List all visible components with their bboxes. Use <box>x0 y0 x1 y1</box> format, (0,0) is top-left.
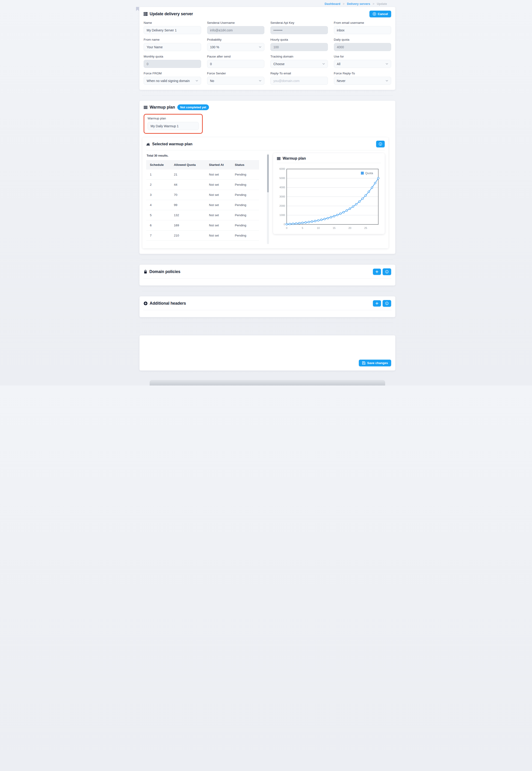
field-daily-quota: Daily quota <box>334 38 391 51</box>
table-row: 499Not setPending <box>146 200 259 210</box>
field-label: Daily quota <box>334 38 391 41</box>
section-divider <box>142 95 393 96</box>
pause-after-send-input[interactable] <box>207 60 265 68</box>
force-from-select[interactable]: When no valid signing domain <box>144 77 201 85</box>
name-input[interactable] <box>144 26 201 34</box>
save-icon <box>362 361 366 365</box>
status-badge: Not completed yet <box>177 104 209 110</box>
schedule-table-section: Total 30 results. Schedule Allowed Quota… <box>146 153 263 244</box>
field-label: Senderai Api Key <box>270 21 328 24</box>
senderai-api-key-input <box>270 26 328 34</box>
svg-text:15: 15 <box>333 226 336 229</box>
field-label: From email username <box>334 21 391 24</box>
table-cell: 2 <box>146 180 171 190</box>
info-button[interactable] <box>383 300 391 307</box>
menu-bars-icon <box>144 106 148 109</box>
breadcrumb-delivery-servers[interactable]: Delivery servers <box>347 2 370 6</box>
domain-policies-card: Domain policies <box>139 265 395 285</box>
table-cell: Not set <box>206 220 232 230</box>
svg-text:2000: 2000 <box>279 204 285 207</box>
table-row: 370Not setPending <box>146 190 259 200</box>
info-icon <box>385 302 389 305</box>
table-cell: Pending <box>232 190 259 200</box>
save-changes-button[interactable]: Save changes <box>359 359 391 366</box>
chart-divider <box>277 163 381 163</box>
table-cell: Pending <box>232 210 259 220</box>
field-force-sender: Force Sender No <box>207 72 265 85</box>
svg-text:5: 5 <box>302 226 303 229</box>
table-scrollbar[interactable] <box>267 154 269 244</box>
additional-headers-card: Additional headers <box>139 296 395 317</box>
x-circle-icon <box>373 12 376 16</box>
use-for-select[interactable]: All <box>334 60 391 68</box>
column-header: Status <box>232 160 259 169</box>
schedule-table: Schedule Allowed Quota Started At Status… <box>146 160 259 241</box>
menu-bars-icon <box>277 157 281 160</box>
table-cell: Not set <box>206 169 232 180</box>
field-name: Name <box>144 21 201 34</box>
field-monthly-quota: Monthly quota <box>144 55 201 68</box>
table-cell: 99 <box>171 200 206 210</box>
from-email-username-input[interactable] <box>334 26 391 34</box>
domain-policies-body <box>139 278 395 285</box>
area-chart-icon <box>146 142 150 146</box>
field-label: Reply-To email <box>270 72 328 75</box>
force-reply-to-select[interactable]: Never <box>334 77 391 85</box>
field-hourly-quota: Hourly quota <box>270 38 328 51</box>
chevron-down-icon <box>259 46 261 48</box>
page-title: Update delivery server <box>144 12 193 16</box>
table-cell: 3 <box>146 190 171 200</box>
field-senderai-username: Senderai Username <box>207 21 265 34</box>
selected-warmup-title: Selected warmup plan <box>146 142 192 146</box>
select-value: All <box>337 62 384 66</box>
force-sender-select[interactable]: No <box>207 77 265 85</box>
field-probability: Probability 100 % <box>207 38 265 51</box>
additional-headers-title: Additional headers <box>144 301 186 306</box>
reply-to-email-input[interactable] <box>270 77 328 85</box>
add-header-button[interactable] <box>373 300 381 306</box>
select-value: Choose <box>273 62 321 66</box>
warmup-plan-input[interactable] <box>148 122 199 130</box>
breadcrumb: Dashboard > Delivery servers > Update <box>139 0 395 7</box>
table-cell: Pending <box>232 169 259 180</box>
breadcrumb-separator: > <box>373 2 375 6</box>
tracking-domain-select[interactable]: Choose <box>270 60 328 68</box>
svg-text:25: 25 <box>364 226 367 229</box>
table-row: 6169Not setPending <box>146 220 259 230</box>
field-senderai-api-key: Senderai Api Key <box>270 21 328 34</box>
chevron-down-icon <box>386 63 388 65</box>
domain-policies-title: Domain policies <box>144 269 180 274</box>
table-row: 244Not setPending <box>146 180 259 190</box>
chevron-down-icon <box>386 80 388 81</box>
table-cell: Not set <box>206 230 232 241</box>
footer-strip <box>150 380 385 385</box>
field-label: Senderai Username <box>207 21 265 24</box>
svg-text:6000: 6000 <box>279 167 285 170</box>
server-icon <box>144 12 148 16</box>
field-label: Tracking domain <box>270 55 328 58</box>
total-results-text: Total 30 results. <box>147 154 263 157</box>
table-cell: Pending <box>232 180 259 190</box>
field-label: Name <box>144 21 201 24</box>
schedule-table-body: 121Not setPending244Not setPending370Not… <box>146 169 259 241</box>
add-domain-policy-button[interactable] <box>373 269 381 275</box>
field-label: Force FROM <box>144 72 201 75</box>
svg-text:20: 20 <box>348 226 351 229</box>
scrollbar-thumb[interactable] <box>267 154 269 192</box>
svg-text:5000: 5000 <box>279 177 285 179</box>
info-button[interactable] <box>383 268 391 275</box>
from-name-input[interactable] <box>144 43 201 51</box>
info-button[interactable] <box>376 141 385 147</box>
plus-icon <box>375 270 378 273</box>
table-cell: 70 <box>171 190 206 200</box>
lock-icon <box>144 270 147 274</box>
breadcrumb-dashboard[interactable]: Dashboard <box>325 2 340 6</box>
column-header: Started At <box>206 160 232 169</box>
probability-select[interactable]: 100 % <box>207 43 265 51</box>
table-cell: Not set <box>206 190 232 200</box>
field-reply-to-email: Reply-To email <box>270 72 328 85</box>
table-row: 5132Not setPending <box>146 210 259 220</box>
cancel-button[interactable]: Cancel <box>369 11 391 17</box>
field-from-email-username: From email username <box>334 21 391 34</box>
column-header: Allowed Quota <box>171 160 206 169</box>
